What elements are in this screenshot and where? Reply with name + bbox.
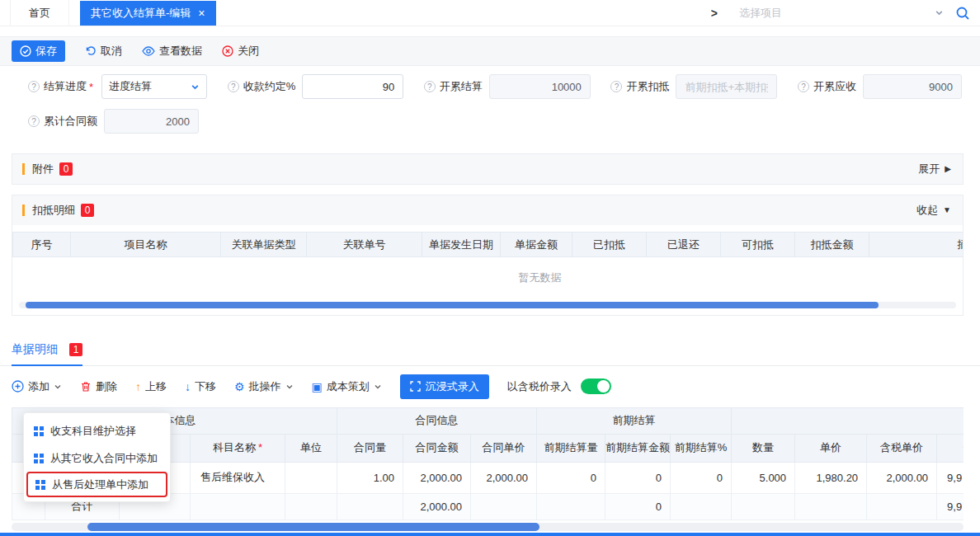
col-header-contract-amount: 合同金额 xyxy=(403,434,471,462)
attachments-expand-toggle[interactable]: 展开 ▶ xyxy=(918,162,951,176)
scrollbar-thumb[interactable] xyxy=(87,523,539,531)
col-header-unit: 单位 xyxy=(285,434,337,462)
settle-progress-label: 结算进度 xyxy=(44,79,87,94)
cum-contract-label: 累计合同额 xyxy=(44,114,97,129)
total-prev-amount-cell: 0 xyxy=(605,493,671,520)
tax-price-toggle[interactable] xyxy=(581,378,611,394)
project-select[interactable]: 选择项目 xyxy=(739,6,944,21)
payment-pct-input[interactable] xyxy=(302,74,403,99)
chevron-down-icon xyxy=(54,383,62,391)
deduction-table: 序号 项目名称 关联单据类型 关联单号 单据发生日期 单据金额 已扣抵 已退还 … xyxy=(12,232,963,299)
immersive-entry-label: 沉浸式录入 xyxy=(426,379,479,394)
col-header-contract-price: 合同单价 xyxy=(471,434,537,462)
col-header: 关联单号 xyxy=(307,233,422,257)
help-icon: ? xyxy=(798,81,809,92)
chevron-down-icon xyxy=(191,82,200,92)
col-header-contract-qty: 合同量 xyxy=(337,434,403,462)
attachments-count-badge: 0 xyxy=(59,162,73,176)
col-header: 项目名称 xyxy=(71,233,221,257)
delete-label: 删除 xyxy=(96,379,117,394)
bottom-accent-strip xyxy=(0,533,980,536)
grid-icon xyxy=(35,480,45,490)
batch-operation-button[interactable]: ⚙ 批操作 xyxy=(234,379,294,394)
qty-cell[interactable]: 5.000 xyxy=(732,462,795,493)
menu-item-from-other-income-contract[interactable]: 从其它收入合同中添加 xyxy=(24,444,170,472)
expand-label: 展开 xyxy=(918,162,940,176)
tab-active-edit[interactable]: 其它收入结算单-编辑 × xyxy=(80,1,216,26)
col-header-prev-pct: 前期结算% xyxy=(671,434,732,462)
detail-tab-label: 单据明细 xyxy=(12,342,58,357)
detail-count-badge: 1 xyxy=(69,343,82,356)
col-header-tax-price: 含税单价 xyxy=(867,434,937,462)
delete-button[interactable]: 删除 xyxy=(80,379,117,394)
prev-qty-cell[interactable]: 0 xyxy=(537,462,605,493)
scrollbar-thumb[interactable] xyxy=(26,302,879,308)
col-header-prev-amount: 前期结算金额 xyxy=(605,434,671,462)
unit-cell[interactable] xyxy=(285,462,337,493)
gear-icon: ⚙ xyxy=(234,381,245,393)
view-data-button[interactable]: 查看数据 xyxy=(142,44,202,59)
help-icon: ? xyxy=(424,81,436,92)
chevron-down-icon xyxy=(935,8,944,17)
deduction-panel: 扣抵明细 0 收起 ▼ 序号 项目名称 关联单据类型 关联单号 单据发生日期 xyxy=(12,195,964,316)
group-header-prev-settlement: 前期结算 xyxy=(537,407,732,434)
menu-item-label: 收支科目维护选择 xyxy=(50,424,136,439)
close-button[interactable]: 关闭 xyxy=(222,44,259,59)
cum-receivable-input xyxy=(863,74,962,99)
cum-deduct-input xyxy=(676,74,777,99)
add-dropdown-menu: 收支科目维护选择 从其它收入合同中添加 从售后处理单中添加 xyxy=(23,412,171,502)
tab-overflow-arrow-icon[interactable]: > xyxy=(711,7,718,20)
subject-cell[interactable]: 售后维保收入 xyxy=(191,462,285,493)
menu-item-from-after-sales-order[interactable]: 从售后处理单中添加 xyxy=(26,472,167,497)
save-button[interactable]: 保存 xyxy=(12,40,65,62)
menu-item-label: 从售后处理单中添加 xyxy=(52,477,148,492)
total-empty-cell xyxy=(867,493,937,520)
help-icon: ? xyxy=(610,81,622,92)
help-icon: ? xyxy=(228,81,239,92)
payment-pct-label: 收款约定% xyxy=(243,79,296,94)
add-button[interactable]: 添加 xyxy=(12,379,62,394)
field-cum-deduct: ? 开累扣抵 xyxy=(610,74,777,99)
col-header: 序号 xyxy=(13,233,71,257)
prev-amount-cell[interactable]: 0 xyxy=(605,462,671,493)
deduction-table-viewport: 序号 项目名称 关联单据类型 关联单号 单据发生日期 单据金额 已扣抵 已退还 … xyxy=(12,232,963,299)
col-header: 单据金额 xyxy=(501,233,572,257)
contract-amount-cell[interactable]: 2,000.00 xyxy=(403,462,471,493)
move-down-button[interactable]: ↓ 下移 xyxy=(185,379,216,394)
total-empty-cell xyxy=(337,493,403,520)
move-down-label: 下移 xyxy=(195,379,216,394)
col-header: 扣抵金额 xyxy=(795,233,869,257)
total-empty-cell xyxy=(285,493,337,520)
save-label: 保存 xyxy=(35,44,57,59)
tab-close-icon[interactable]: × xyxy=(198,7,205,19)
contract-qty-cell[interactable]: 1.00 xyxy=(337,462,403,493)
search-icon[interactable] xyxy=(955,6,970,21)
cost-planning-button[interactable]: ▣ 成本策划 xyxy=(312,379,382,394)
total-amount-cell: 9,9 xyxy=(937,493,964,520)
tab-home[interactable]: 首页 xyxy=(10,0,69,26)
tab-detail-lines[interactable]: 单据明细 1 xyxy=(12,342,82,366)
contract-price-cell[interactable]: 2,000.00 xyxy=(471,462,537,493)
settle-progress-select[interactable]: 进度结算 xyxy=(101,74,207,99)
menu-item-subject-maintain[interactable]: 收支科目维护选择 xyxy=(24,417,170,444)
attachments-section-bar: 附件 0 展开 ▶ xyxy=(12,154,963,184)
move-up-button[interactable]: ↑ 上移 xyxy=(135,379,167,394)
price-cell[interactable]: 1,980.20 xyxy=(795,462,867,493)
trash-icon xyxy=(80,381,92,393)
add-label: 添加 xyxy=(28,379,49,394)
form-row-2: ? 累计合同额 xyxy=(0,99,980,134)
tax-price-cell[interactable]: 2,000.00 xyxy=(867,462,937,493)
immersive-entry-button[interactable]: 沉浸式录入 xyxy=(400,374,489,399)
section-accent-bar xyxy=(22,205,25,216)
col-header-price: 单价 xyxy=(795,434,867,462)
col-header-prev-qty: 前期结算量 xyxy=(537,434,605,462)
project-select-placeholder: 选择项目 xyxy=(739,6,782,21)
deduction-collapse-toggle[interactable]: 收起 ▼ xyxy=(916,203,951,218)
deduction-section-bar: 扣抵明细 0 收起 ▼ xyxy=(12,195,963,225)
prev-pct-cell[interactable]: 0 xyxy=(671,462,732,493)
field-payment-pct: ? 收款约定% xyxy=(228,74,404,99)
cancel-button[interactable]: 取消 xyxy=(85,44,122,59)
col-header: 可扣抵 xyxy=(721,233,795,257)
col-header: 已退还 xyxy=(647,233,721,257)
amount-cell[interactable]: 9,9 xyxy=(937,462,964,493)
